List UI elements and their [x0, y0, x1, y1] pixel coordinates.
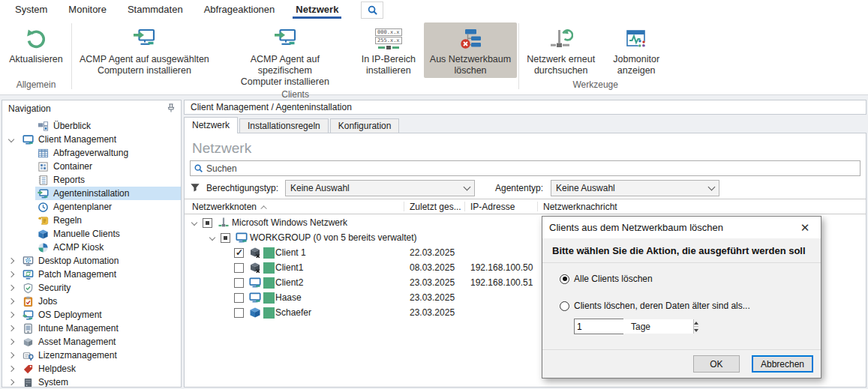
- chevron-down-icon[interactable]: [209, 235, 215, 241]
- agent-type-label: Agententyp:: [495, 183, 543, 193]
- ribbon-tab-netzwerk[interactable]: Netzwerk: [285, 0, 349, 20]
- ribbon-tab-stammdaten[interactable]: Stammdaten: [117, 0, 194, 20]
- row-checkbox[interactable]: [234, 278, 244, 288]
- sidebar-item-label: Container: [53, 161, 92, 172]
- chevron-right-icon[interactable]: [2, 259, 20, 263]
- chevron-right-icon[interactable]: [2, 353, 20, 358]
- sidebar-item-system[interactable]: System: [2, 376, 181, 388]
- dialog-options: Alle Clients löschen Clients löschen, de…: [542, 263, 821, 334]
- row-checkbox[interactable]: [234, 248, 244, 258]
- ribbon-button-netzwerk-erneut-durchsuchen[interactable]: Netzwerk erneut durchsuchen: [521, 22, 601, 78]
- row-checkbox[interactable]: [234, 263, 244, 273]
- tab-netzwerk[interactable]: Netzwerk: [184, 117, 238, 133]
- sidebar-item-asset-management[interactable]: Asset Management: [2, 335, 181, 349]
- sidebar-item-acmp-kiosk[interactable]: ACMP Kiosk: [2, 241, 181, 254]
- days-spinner[interactable]: [574, 319, 623, 334]
- sidebar-item-security[interactable]: Security: [2, 281, 181, 295]
- ribbon-tab-system[interactable]: System: [5, 0, 58, 20]
- chevron-down-icon[interactable]: [191, 220, 197, 226]
- spin-down-button[interactable]: [694, 326, 698, 334]
- ribbon-button-in-ip-bereich-installieren[interactable]: 000.x.x255.x.xIn IP-Bereich installieren: [355, 22, 422, 78]
- sidebar-item-patch-management[interactable]: Patch Management: [2, 268, 181, 281]
- column-header-nachricht[interactable]: Netzwerknachricht: [543, 202, 617, 212]
- breadcrumb-text: Client Management / Agenteninstallation: [191, 102, 352, 112]
- node-name: Client2: [275, 277, 303, 288]
- ribbon-tab-monitore[interactable]: Monitore: [58, 0, 117, 20]
- ribbon-button-acmp-agent-auf-ausgew-hlten-computern-installieren[interactable]: ACMP Agent auf ausgewählten Computern in…: [74, 22, 215, 78]
- sidebar-item-abfrageverwaltung[interactable]: Abfrageverwaltung: [2, 146, 181, 160]
- sidebar-item-os-deployment[interactable]: OS Deployment: [2, 308, 181, 322]
- search-box[interactable]: [190, 160, 860, 176]
- sidebar-item-berblick[interactable]: Überblick: [2, 119, 181, 133]
- permission-type-select[interactable]: Keine Auswahl: [285, 180, 475, 196]
- scroll-icon: [37, 214, 50, 226]
- chevron-right-icon[interactable]: [2, 313, 20, 317]
- last-seen-value: 23.03.2025: [410, 292, 455, 303]
- patch-icon: [22, 268, 35, 280]
- acmp-window: SystemMonitoreStammdatenAbfrageaktionenN…: [0, 0, 868, 389]
- radio-button-icon[interactable]: [560, 274, 569, 284]
- ribbon-button-aus-netzwerkbaum-l-schen[interactable]: Aus Netzwerkbaum löschen: [424, 22, 517, 78]
- chevron-right-icon[interactable]: [2, 326, 20, 331]
- ribbon-search-button[interactable]: [361, 1, 383, 19]
- column-header-ip[interactable]: IP-Adresse: [470, 202, 515, 212]
- agent-type-select[interactable]: Keine Auswahl: [551, 180, 719, 196]
- row-checkbox[interactable]: [203, 218, 212, 228]
- radio-delete-older[interactable]: Clients löschen, deren Daten älter sind …: [560, 301, 821, 311]
- sidebar-item-reports[interactable]: Reports: [2, 173, 181, 187]
- chevron-right-icon[interactable]: [2, 380, 20, 385]
- tab-konfiguration[interactable]: Konfiguration: [330, 118, 400, 133]
- chevron-down-icon[interactable]: [2, 137, 20, 142]
- sidebar-item-label: System: [38, 377, 68, 388]
- overview-icon: [37, 120, 50, 132]
- last-seen-value: 23.03.2025: [410, 277, 455, 288]
- tab-installationsregeln[interactable]: Installationsregeln: [239, 118, 329, 133]
- node-name: Client1: [275, 262, 303, 273]
- column-header-netzwerkknoten[interactable]: Netzwerkknoten: [192, 202, 267, 212]
- dialog-message: Bitte wählen Sie die Aktion, die ausgefü…: [542, 238, 821, 262]
- status-badge: [263, 247, 275, 259]
- ribbon-button-aktualisieren[interactable]: Aktualisieren: [2, 22, 70, 67]
- dialog-titlebar[interactable]: Clients aus dem Netzwerkbaum löschen ✕: [542, 217, 821, 238]
- ribbon-button-jobmonitor-anzeigen[interactable]: Jobmonitor anzeigen: [602, 22, 670, 78]
- sidebar-item-lizenzmanagement[interactable]: Lizenzmanagement: [2, 349, 181, 362]
- sidebar-item-label: Asset Management: [38, 337, 116, 347]
- row-checkbox[interactable]: [221, 233, 230, 243]
- row-checkbox[interactable]: [234, 308, 244, 318]
- cancel-button[interactable]: Abbrechen: [752, 355, 813, 373]
- days-spinner-row: Tage: [574, 319, 821, 334]
- sidebar-item-helpdesk[interactable]: Helpdesk: [2, 362, 181, 376]
- radio-delete-all[interactable]: Alle Clients löschen: [560, 274, 821, 284]
- status-badge: [263, 292, 275, 304]
- sidebar-item-manuelle-clients[interactable]: Manuelle Clients: [2, 227, 181, 241]
- intune-icon: [22, 322, 35, 334]
- page-tab-bar: NetzwerkInstallationsregelnKonfiguration: [184, 117, 866, 133]
- jobs-icon: [22, 295, 35, 307]
- chevron-right-icon[interactable]: [2, 340, 20, 344]
- sidebar-item-client-management[interactable]: Client Management: [2, 133, 181, 146]
- close-icon[interactable]: ✕: [789, 217, 821, 238]
- spin-up-button[interactable]: [694, 319, 698, 326]
- sidebar-item-jobs[interactable]: Jobs: [2, 295, 181, 308]
- radio-button-icon[interactable]: [560, 301, 569, 311]
- sidebar-item-agenteninstallation[interactable]: Agenteninstallation: [2, 187, 181, 200]
- pin-icon[interactable]: [166, 103, 176, 115]
- sidebar-item-desktop-automation[interactable]: Desktop Automation: [2, 254, 181, 268]
- ribbon-button-acmp-agent-auf-spezifischem-computer-installieren[interactable]: ACMP Agent auf spezifischem Computer ins…: [217, 22, 353, 88]
- chevron-right-icon[interactable]: [2, 299, 20, 304]
- sidebar-item-agentenplaner[interactable]: Agentenplaner: [2, 200, 181, 214]
- column-header-zuletzt[interactable]: Zuletzt ges...: [410, 202, 461, 212]
- search-input[interactable]: [206, 163, 857, 174]
- sidebar-item-regeln[interactable]: Regeln: [2, 214, 181, 227]
- sidebar-item-container[interactable]: Container: [2, 160, 181, 173]
- sidebar-item-label: Jobs: [38, 296, 57, 307]
- row-checkbox[interactable]: [234, 293, 244, 303]
- sidebar-item-intune-management[interactable]: Intune Management: [2, 322, 181, 335]
- ok-button[interactable]: OK: [693, 355, 740, 373]
- sidebar-item-label: Desktop Automation: [38, 256, 119, 266]
- ribbon-tab-abfrageaktionen[interactable]: Abfrageaktionen: [194, 0, 286, 20]
- search-icon: [194, 163, 203, 173]
- chevron-right-icon[interactable]: [2, 367, 20, 371]
- chevron-right-icon[interactable]: [2, 286, 20, 290]
- chevron-right-icon[interactable]: [2, 272, 20, 277]
